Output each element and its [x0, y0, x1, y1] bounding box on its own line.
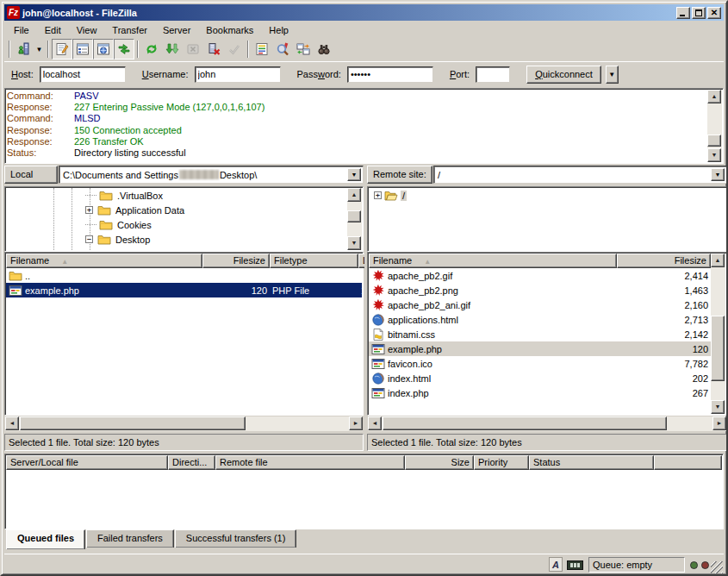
scroll-right-button[interactable]: ►	[349, 416, 363, 430]
expander-minus-icon[interactable]: −	[85, 235, 93, 243]
scroll-right-button[interactable]: ►	[712, 416, 726, 430]
local-tree-toggle-button[interactable]	[72, 39, 93, 59]
redacted-username	[179, 170, 219, 179]
column-header-filesize[interactable]: Filesize	[617, 254, 711, 268]
file-row[interactable]: example.php 120 PHP File 1	[6, 283, 362, 297]
tree-item[interactable]: −Desktop	[6, 232, 346, 247]
toolbar: ▼	[4, 38, 724, 60]
menu-item-view[interactable]: View	[69, 23, 105, 37]
local-path-suffix: Desktop\	[220, 170, 257, 180]
site-manager-dropdown-button[interactable]: ▼	[34, 39, 45, 59]
menu-item-file[interactable]: File	[6, 23, 37, 37]
queue-toggle-button[interactable]	[114, 39, 134, 59]
queue-col-direction[interactable]: Directi...	[168, 455, 215, 470]
local-site-dropdown-button[interactable]: ▼	[347, 168, 361, 181]
file-row[interactable]: example.php 120	[369, 341, 711, 356]
tab-successful-transfers[interactable]: Successful transfers (1)	[175, 529, 297, 548]
log-entry: Response:226 Transfer OK	[7, 136, 706, 147]
scrollbar-thumb[interactable]	[707, 135, 721, 147]
scrollbar-thumb[interactable]	[711, 316, 725, 381]
message-log-toggle-button[interactable]	[52, 39, 72, 59]
tree-item[interactable]: +Application Data	[6, 203, 346, 217]
scroll-down-button[interactable]: ▼	[347, 236, 361, 250]
queue-col-status[interactable]: Status	[529, 455, 654, 470]
message-log: Command:PASVResponse:227 Entering Passiv…	[4, 88, 724, 164]
scrollbar-thumb[interactable]	[20, 416, 246, 430]
menu-item-transfer[interactable]: Transfer	[104, 23, 155, 37]
scrollbar-thumb[interactable]	[347, 210, 361, 222]
scroll-left-button[interactable]: ◄	[5, 416, 19, 430]
host-input[interactable]	[40, 66, 126, 83]
queue-col-remote-file[interactable]: Remote file	[215, 455, 405, 470]
site-manager-button[interactable]	[13, 39, 34, 59]
file-row[interactable]: applications.html 2,713	[369, 312, 711, 327]
file-row[interactable]: index.html 202	[369, 371, 711, 385]
file-row[interactable]: favicon.ico 7,782	[369, 356, 711, 371]
menu-item-server[interactable]: Server	[155, 23, 198, 37]
port-input[interactable]	[476, 66, 510, 83]
minimize-button[interactable]	[676, 7, 690, 19]
scroll-up-button[interactable]: ▲	[707, 90, 721, 103]
file-row[interactable]: ..	[6, 268, 362, 283]
column-header-filename[interactable]: Filename▲	[369, 254, 617, 268]
remote-site-dropdown-button[interactable]: ▼	[711, 168, 725, 181]
expander-plus-icon[interactable]: +	[85, 206, 93, 214]
tab-queued-files[interactable]: Queued files	[6, 529, 85, 549]
tab-failed-transfers[interactable]: Failed transfers	[86, 529, 174, 548]
file-row[interactable]: apache_pb2.gif 2,414	[369, 268, 711, 283]
quickconnect-button[interactable]: Quickconnect	[526, 66, 601, 84]
maximize-button[interactable]	[692, 7, 706, 19]
scroll-down-button[interactable]: ▼	[707, 148, 721, 162]
synchronized-browsing-button[interactable]	[293, 39, 314, 59]
title-bar: Fz john@localhost - FileZilla ✕	[4, 4, 724, 21]
menu-item-help[interactable]: Help	[261, 23, 296, 37]
tree-item[interactable]: +/	[369, 188, 725, 203]
firefox-html-icon	[371, 313, 385, 327]
column-header-filename[interactable]: Filename▲	[6, 254, 202, 268]
menu-item-edit[interactable]: Edit	[37, 23, 69, 37]
queue-col-priority[interactable]: Priority	[474, 455, 529, 470]
scroll-up-button[interactable]: ▲	[347, 188, 361, 202]
local-tree-scrollbar: ▲ ▼	[347, 188, 362, 250]
php-file-icon	[371, 386, 385, 400]
file-row[interactable]: apache_pb2.png 1,463	[369, 283, 711, 297]
scrollbar-thumb[interactable]	[383, 416, 667, 430]
file-row[interactable]: bitnami.css 2,142	[369, 327, 711, 341]
queue-col-size[interactable]: Size	[405, 455, 474, 470]
refresh-button[interactable]	[141, 39, 162, 59]
queue-col-server-local-file[interactable]: Server/Local file	[6, 455, 168, 470]
clear-queue-button[interactable]	[224, 39, 245, 59]
disconnect-button[interactable]	[203, 39, 224, 59]
quickconnect-dropdown-button[interactable]: ▼	[606, 66, 619, 84]
process-queue-button[interactable]	[162, 39, 183, 59]
window-title: john@localhost - FileZilla	[22, 8, 676, 18]
local-tree-toggle-icon	[76, 42, 90, 56]
log-entry: Response:227 Entering Passive Mode (127,…	[7, 102, 706, 113]
find-files-button[interactable]	[314, 39, 334, 59]
password-input[interactable]	[347, 66, 433, 83]
file-row[interactable]: apache_pb2_ani.gif 2,160	[369, 297, 711, 312]
scroll-down-button[interactable]: ▼	[711, 400, 725, 414]
local-hscroll-area: ◄ ►	[4, 416, 364, 432]
cancel-button[interactable]	[183, 39, 203, 59]
pane-splitter[interactable]	[364, 165, 367, 452]
scroll-up-button[interactable]: ▲	[711, 254, 725, 267]
tree-item[interactable]: Cookies	[6, 217, 346, 232]
menu-item-bookmarks[interactable]: Bookmarks	[198, 23, 261, 37]
resize-grip[interactable]	[711, 561, 723, 573]
tree-item[interactable]: .VirtualBox	[6, 188, 346, 203]
filter-button[interactable]	[252, 39, 272, 59]
remote-site-combo[interactable]: / ▼	[433, 166, 727, 184]
php-file-icon	[371, 357, 385, 371]
close-button[interactable]: ✕	[707, 7, 721, 19]
remote-tree-toggle-button[interactable]	[93, 39, 114, 59]
expander-plus-icon[interactable]: +	[374, 191, 382, 199]
username-input[interactable]	[195, 66, 281, 83]
column-header-filesize[interactable]: Filesize	[202, 254, 270, 268]
filezilla-window: Fz john@localhost - FileZilla ✕ File Edi…	[0, 0, 728, 576]
scroll-left-button[interactable]: ◄	[368, 416, 382, 430]
column-header-filetype[interactable]: Filetype	[270, 254, 358, 268]
local-site-combo[interactable]: C:\Documents and SettingsDesktop\ ▼	[59, 166, 364, 184]
file-row[interactable]: index.php 267	[369, 385, 711, 400]
directory-comparison-button[interactable]	[272, 39, 293, 59]
